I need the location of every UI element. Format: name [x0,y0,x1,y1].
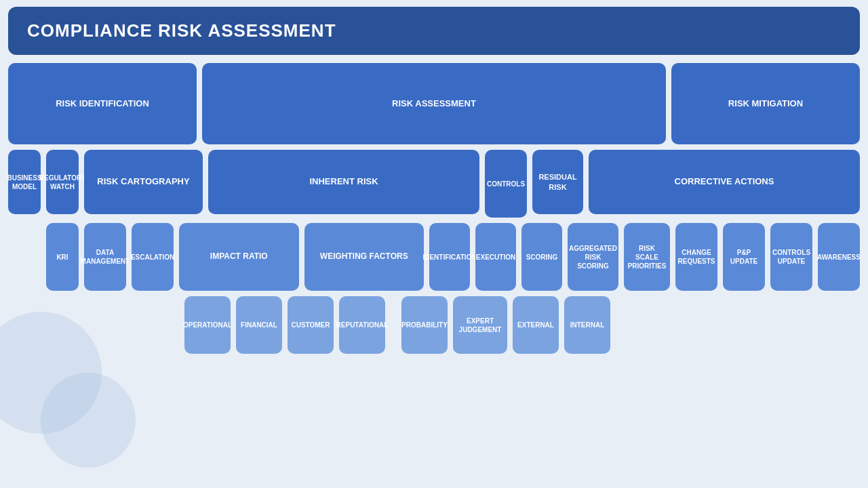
deco-circle-2 [41,373,136,468]
controls-update-box: CONTROLS UPDATE [770,223,812,291]
controls-box: CONTROLS [485,150,527,218]
spacer2 [8,296,179,354]
corrective-actions-box: CORRECTIVE ACTIONS [589,150,860,214]
page: COMPLIANCE RISK ASSESSMENT RISK IDENTIFI… [0,0,868,488]
risk-identification-box: RISK IDENTIFICATION [8,63,197,144]
scoring-box: SCORING [521,223,562,291]
row2: BUSINESS MODEL REGULATORY WATCH RISK CAR… [8,150,860,218]
header: COMPLIANCE RISK ASSESSMENT [8,7,860,55]
pnp-update-box: P&P UPDATE [723,223,765,291]
impact-ratio-box: IMPACT RATIO [179,223,299,291]
main-content: RISK IDENTIFICATION RISK ASSESSMENT RISK… [8,63,860,354]
regulatory-watch-box: REGULATORY WATCH [46,150,79,214]
probability-box: PROBABILITY [401,296,448,354]
internal-box: INTERNAL [564,296,610,354]
risk-mitigation-box: RISK MITIGATION [671,63,860,144]
row1: RISK IDENTIFICATION RISK ASSESSMENT RISK… [8,63,860,144]
header-title: COMPLIANCE RISK ASSESSMENT [27,20,841,41]
risk-cartography-box: RISK CARTOGRAPHY [84,150,203,214]
customer-box: CUSTOMER [288,296,334,354]
risk-assessment-box: RISK ASSESSMENT [202,63,666,144]
row4: OPERATIONAL FINANCIAL CUSTOMER REPUTATIO… [8,296,860,354]
kri-box: KRI [46,223,79,291]
spacer3 [391,296,396,354]
execution-box: EXECUTION [475,223,516,291]
weighting-factors-box: WEIGHTING FACTORS [304,223,425,291]
awareness-box: AWARENESS [818,223,860,291]
operational-box: OPERATIONAL [184,296,231,354]
reputational-box: REPUTATIONAL [339,296,385,354]
change-req-box: CHANGE REQUESTS [675,223,717,291]
identification-box: IDENTIFICATION [429,223,470,291]
risk-scale-box: RISK SCALE PRIORITIES [624,223,670,291]
row3: KRI DATA MANAGEMENT ESCALATION IMPACT RA… [8,223,860,291]
escalation-box: ESCALATION [132,223,174,291]
aggregated-box: AGGREGATED RISK SCORING [568,223,618,291]
expert-judgement-box: EXPERT JUDGEMENT [453,296,507,354]
data-mgmt-box: DATA MANAGEMENT [84,223,126,291]
financial-box: FINANCIAL [236,296,282,354]
inherent-risk-box: INHERENT RISK [208,150,479,214]
spacer1 [8,223,41,291]
external-box: EXTERNAL [513,296,559,354]
residual-risk-box: RESIDUAL RISK [532,150,583,214]
business-model-box: BUSINESS MODEL [8,150,41,214]
